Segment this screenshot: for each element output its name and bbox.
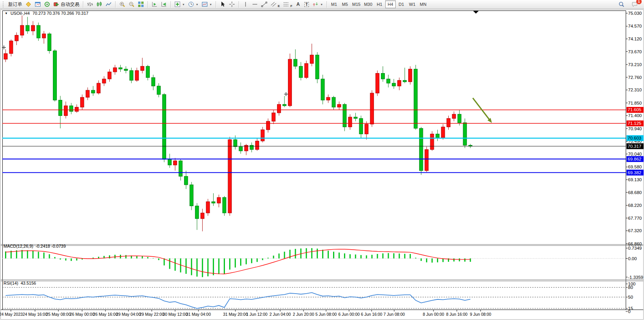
vertical-line-button[interactable]	[241, 0, 250, 8]
candle-body	[425, 149, 428, 170]
fibonacci-button[interactable]: F	[281, 0, 294, 8]
macd-name: MACD(12,26,9)	[4, 244, 33, 248]
candlestick-button[interactable]	[95, 0, 104, 8]
timeframe-button-h4[interactable]: H4	[385, 0, 396, 8]
line-chart-button[interactable]	[104, 0, 113, 8]
horizontal-line-button[interactable]	[250, 0, 260, 8]
candle-body	[47, 34, 51, 51]
candle-body	[97, 83, 100, 93]
svg-text:2 Jun 04:00: 2 Jun 04:00	[270, 312, 291, 317]
candle-body	[436, 134, 439, 138]
chart-shift-button[interactable]	[150, 0, 159, 8]
autotrading-button[interactable]: 自动交易	[52, 0, 81, 8]
zoom-out-icon	[128, 1, 135, 7]
auto-scroll-icon	[161, 1, 167, 7]
candle-body	[316, 55, 319, 79]
candle-body	[326, 97, 330, 100]
svg-text:73.670: 73.670	[628, 49, 642, 54]
search-icon	[618, 1, 625, 7]
candle-body	[387, 79, 390, 83]
dropdown-arrow-icon: ▼	[320, 3, 323, 6]
timeframe-button-d1[interactable]: D1	[396, 0, 407, 8]
rsi-name: RSI(14)	[4, 281, 18, 285]
channel-button[interactable]: E	[269, 0, 281, 8]
orders-button[interactable]	[24, 0, 33, 8]
main-toolbar: 新订单 自动交易 ▼ ▼ ▼ E F A T ▼ M1M5M15M30H1H4D…	[0, 0, 644, 9]
svg-text:30 May 12:00: 30 May 12:00	[163, 312, 188, 317]
svg-text:5 Jun 08:00: 5 Jun 08:00	[316, 312, 337, 317]
signals-button[interactable]	[42, 0, 52, 8]
orders-icon	[25, 1, 32, 7]
svg-text:-1.3359: -1.3359	[628, 275, 643, 280]
autotrading-icon	[53, 1, 60, 7]
notifications-button[interactable]: 1	[630, 0, 639, 8]
timeframe-button-h1[interactable]: H1	[374, 0, 385, 8]
svg-text:7 Jun 08:00: 7 Jun 08:00	[384, 312, 405, 317]
chart-shift-icon	[151, 1, 158, 7]
dropdown-arrow-icon: ▼	[196, 3, 198, 6]
candle-body	[168, 159, 172, 165]
tile-windows-button[interactable]	[136, 0, 146, 8]
svg-text:67.770: 67.770	[628, 216, 642, 220]
trendline-button[interactable]	[260, 0, 269, 8]
toolbar-separator	[326, 1, 327, 8]
toolbar-separator	[115, 1, 116, 8]
candle-body	[233, 140, 237, 147]
periods-button[interactable]: ▼	[186, 0, 200, 8]
timeframe-button-mn[interactable]: MN	[418, 0, 428, 8]
svg-text:67.320: 67.320	[628, 228, 642, 233]
candle-body	[146, 66, 149, 77]
svg-text:80: 80	[628, 285, 633, 290]
notification-badge: 1	[636, 0, 642, 4]
zoom-out-button[interactable]	[127, 0, 136, 8]
bar-chart-button[interactable]	[85, 0, 95, 8]
candle-body	[458, 114, 461, 123]
candle-body	[184, 176, 188, 185]
templates-button[interactable]: ▼	[200, 0, 214, 8]
timeframe-button-m30[interactable]: M30	[362, 0, 374, 8]
svg-text:1 Jun 12:00: 1 Jun 12:00	[246, 312, 268, 317]
arrows-button[interactable]: ▼	[311, 0, 325, 8]
candle-body	[299, 66, 303, 77]
label-icon: T	[304, 2, 309, 7]
candle-body	[42, 34, 46, 38]
candlestick-icon	[96, 1, 102, 7]
candle-body	[463, 122, 467, 145]
svg-text:29 May 22:00: 29 May 22:00	[139, 312, 164, 317]
symbol-period: USOil-,H4	[11, 11, 30, 16]
candle-body	[4, 54, 7, 60]
candle-body	[359, 119, 363, 134]
crosshair-button[interactable]	[227, 0, 237, 8]
candle-body	[332, 97, 335, 107]
chart-context-triangle-icon[interactable]: ▼	[5, 12, 8, 15]
candle-body	[31, 25, 35, 31]
timeframe-button-m15[interactable]: M15	[351, 0, 362, 8]
indicators-button[interactable]: ▼	[173, 0, 186, 8]
candle-body	[70, 106, 73, 112]
new-order-button[interactable]: 新订单	[7, 0, 24, 8]
svg-text:74.120: 74.120	[628, 37, 642, 41]
toolbar-grip[interactable]	[3, 2, 5, 7]
search-button[interactable]	[617, 0, 626, 8]
text-button[interactable]: A	[294, 0, 302, 8]
crosshair-icon	[229, 1, 235, 7]
auto-scroll-button[interactable]	[159, 0, 168, 8]
rsi-value: 43.5156	[21, 281, 36, 285]
macd-label: MACD(12,26,9) -0.2418 -0.0739	[4, 244, 66, 248]
candle-body	[124, 69, 128, 71]
svg-text:24 May 16:00: 24 May 16:00	[23, 312, 47, 317]
macd-values: -0.2418 -0.0739	[35, 244, 66, 248]
zoom-in-button[interactable]	[118, 0, 127, 8]
charts-button[interactable]	[33, 0, 42, 8]
chart-background	[0, 9, 644, 322]
cursor-button[interactable]	[218, 0, 227, 8]
svg-text:6 Jun 16:00: 6 Jun 16:00	[361, 312, 383, 317]
timeframe-button-w1[interactable]: W1	[407, 0, 418, 8]
svg-text:70.940: 70.940	[628, 126, 642, 131]
dropdown-arrow-icon: ▼	[209, 3, 212, 6]
timeframe-button-m5[interactable]: M5	[340, 0, 350, 8]
chart-canvas[interactable]: 75.03074.57074.12073.67073.21072.76072.3…	[0, 9, 644, 322]
label-button[interactable]: T	[302, 0, 311, 8]
timeframe-button-m1[interactable]: M1	[329, 0, 339, 8]
fibo-letter: F	[290, 4, 292, 8]
